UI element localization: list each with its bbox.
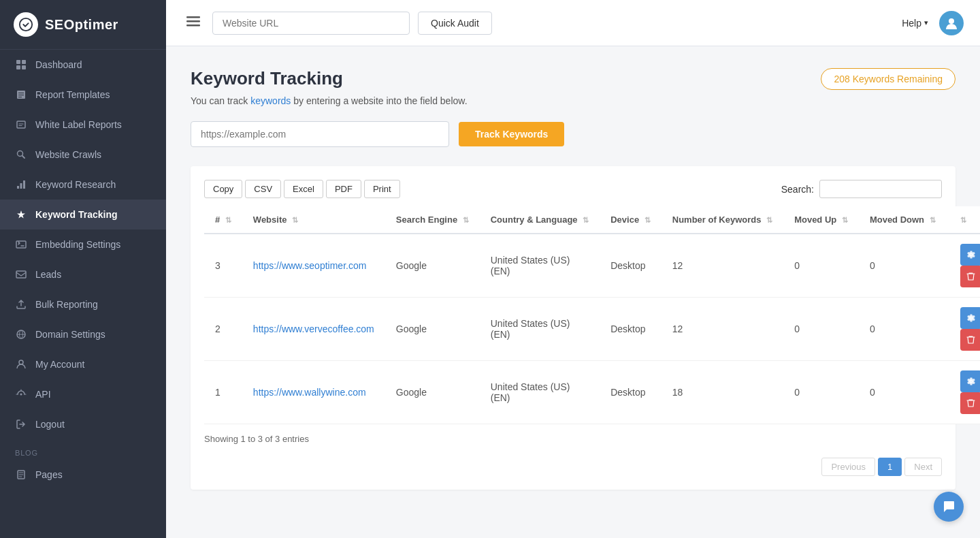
bulk-reporting-icon [15,298,27,311]
subtitle-rest: by entering a website into the field bel… [291,95,467,106]
cell-search-engine: Google [385,234,480,298]
dashboard-icon [15,59,27,71]
domain-icon [15,328,27,341]
sort-icon[interactable]: ⇅ [583,216,589,225]
nav-item-report-templates[interactable]: Report Templates [0,80,166,110]
website-link[interactable]: https://www.seoptimer.com [253,260,367,271]
nav-item-keyword-research[interactable]: Keyword Research [0,170,166,200]
nav-item-pages[interactable]: Pages [0,460,166,490]
nav-label: Pages [35,469,63,480]
settings-button[interactable] [960,244,980,266]
nav-item-api[interactable]: API [0,379,166,409]
help-button[interactable]: Help ▾ [902,18,928,29]
sort-icon[interactable]: ⇅ [930,216,936,225]
website-link[interactable]: https://www.wallywine.com [253,387,366,398]
copy-button[interactable]: Copy [204,180,242,198]
cell-num: 3 [204,234,242,298]
leads-icon [15,268,27,281]
cell-country-language: United States (US) (EN) [480,234,600,298]
brand-name: SEOptimer [45,17,118,33]
delete-button[interactable] [960,392,980,414]
white-label-icon [15,118,27,131]
col-country-language: Country & Language ⇅ [480,206,600,234]
col-actions: ⇅ [947,206,980,234]
nav-item-dashboard[interactable]: Dashboard [0,50,166,80]
delete-button[interactable] [960,266,980,287]
settings-button[interactable] [960,307,980,329]
subtitle-plain: You can track [191,95,250,106]
subtitle-link[interactable]: keywords [250,95,291,106]
sort-icon[interactable]: ⇅ [960,216,966,225]
delete-button[interactable] [960,329,980,351]
track-keywords-button[interactable]: Track Keywords [459,122,564,146]
logo[interactable]: SEOptimer [0,0,166,50]
keywords-remaining-badge[interactable]: 208 Keywords Remaining [821,68,956,90]
nav-label: Logout [35,419,65,430]
cell-country-language: United States (US) (EN) [480,298,600,361]
svg-rect-2 [22,60,26,64]
svg-rect-8 [20,183,22,189]
nav-label: Bulk Reporting [35,299,98,310]
pdf-button[interactable]: PDF [326,180,361,198]
svg-rect-4 [22,65,26,69]
sort-icon[interactable]: ⇅ [644,216,651,225]
blog-section-label: Blog [0,439,166,460]
nav-label: Report Templates [35,89,110,100]
nav-label: Dashboard [35,59,82,70]
previous-page-button[interactable]: Previous [821,458,875,476]
svg-rect-5 [17,121,25,128]
pagination: Previous 1 Next [204,458,942,476]
search-label: Search: [781,184,814,195]
sort-icon[interactable]: ⇅ [225,216,231,225]
svg-point-13 [19,360,23,364]
nav-item-leads[interactable]: Leads [0,259,166,289]
cell-actions [947,298,980,361]
table-search: Search: [781,180,942,198]
sort-icon[interactable]: ⇅ [463,216,469,225]
svg-point-14 [20,394,22,396]
svg-rect-7 [17,186,19,189]
nav-item-keyword-tracking[interactable]: Keyword Tracking [0,200,166,230]
topbar: Quick Audit Help ▾ [166,0,980,46]
cell-num-keywords: 12 [662,234,783,298]
nav-item-white-label-reports[interactable]: White Label Reports [0,110,166,140]
csv-button[interactable]: CSV [245,180,281,198]
nav-item-my-account[interactable]: My Account [0,349,166,379]
search-input[interactable] [819,180,942,198]
chat-bubble[interactable] [934,492,964,522]
svg-rect-3 [16,65,20,69]
col-num-keywords: Number of Keywords ⇅ [662,206,783,234]
cell-device: Desktop [600,234,662,298]
crawls-icon [15,148,27,161]
content-area: Keyword Tracking 208 Keywords Remaining … [166,46,980,538]
user-avatar[interactable] [939,11,964,35]
nav-item-bulk-reporting[interactable]: Bulk Reporting [0,289,166,319]
settings-button[interactable] [960,370,980,392]
nav-item-website-crawls[interactable]: Website Crawls [0,140,166,170]
nav-label: Keyword Research [35,179,116,190]
keyword-research-icon [15,178,27,191]
nav-label: Domain Settings [35,329,105,340]
sort-icon[interactable]: ⇅ [292,216,298,225]
sort-icon[interactable]: ⇅ [842,216,848,225]
cell-device: Desktop [600,298,662,361]
svg-point-6 [18,151,23,157]
keywords-table: # ⇅ Website ⇅ Search Engine ⇅ Country [204,206,980,424]
nav-item-logout[interactable]: Logout [0,409,166,439]
table-row: 2 https://www.vervecoffee.com Google Uni… [204,298,980,361]
svg-rect-1 [16,60,20,64]
nav-item-embedding-settings[interactable]: Embedding Settings [0,230,166,259]
menu-toggle-button[interactable] [182,12,204,34]
track-url-input[interactable] [191,121,449,147]
print-button[interactable]: Print [364,180,400,198]
website-link[interactable]: https://www.vervecoffee.com [253,323,374,334]
sort-icon[interactable]: ⇅ [766,216,772,225]
track-keyword-row: Track Keywords [191,121,956,147]
nav-item-domain-settings[interactable]: Domain Settings [0,319,166,349]
website-url-input[interactable] [212,12,410,35]
next-page-button[interactable]: Next [904,458,942,476]
page-1-button[interactable]: 1 [878,458,902,476]
excel-button[interactable]: Excel [284,180,323,198]
quick-audit-button[interactable]: Quick Audit [418,12,492,35]
api-icon [15,388,27,400]
